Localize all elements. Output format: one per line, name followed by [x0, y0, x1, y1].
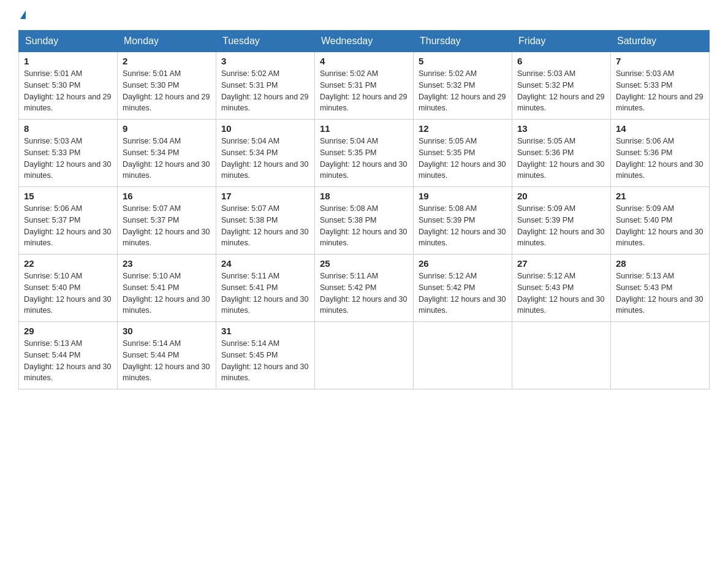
day-number: 8 [24, 123, 112, 134]
day-number: 27 [517, 258, 605, 269]
day-info: Sunrise: 5:06 AMSunset: 5:36 PMDaylight:… [616, 137, 703, 180]
calendar-cell: 3 Sunrise: 5:02 AMSunset: 5:31 PMDayligh… [216, 52, 315, 120]
day-info: Sunrise: 5:08 AMSunset: 5:38 PMDaylight:… [320, 204, 407, 247]
calendar-cell [414, 322, 512, 389]
day-number: 1 [24, 56, 112, 66]
calendar-cell: 25 Sunrise: 5:11 AMSunset: 5:42 PMDaylig… [315, 255, 414, 322]
day-number: 18 [320, 191, 408, 201]
calendar-cell: 15 Sunrise: 5:06 AMSunset: 5:37 PMDaylig… [19, 187, 118, 255]
day-info: Sunrise: 5:01 AMSunset: 5:30 PMDaylight:… [24, 69, 111, 112]
logo-line1 [18, 12, 26, 21]
day-number: 29 [24, 326, 112, 336]
day-number: 6 [517, 56, 605, 66]
calendar-cell: 21 Sunrise: 5:09 AMSunset: 5:40 PMDaylig… [611, 187, 710, 255]
calendar-week-row: 8 Sunrise: 5:03 AMSunset: 5:33 PMDayligh… [19, 120, 710, 187]
day-number: 4 [320, 56, 408, 66]
weekday-header-row: SundayMondayTuesdayWednesdayThursdayFrid… [19, 31, 710, 52]
calendar-week-row: 29 Sunrise: 5:13 AMSunset: 5:44 PMDaylig… [19, 322, 710, 389]
day-info: Sunrise: 5:12 AMSunset: 5:43 PMDaylight:… [517, 272, 604, 315]
day-number: 16 [123, 191, 211, 201]
weekday-header-thursday: Thursday [414, 31, 512, 52]
day-info: Sunrise: 5:02 AMSunset: 5:32 PMDaylight:… [419, 69, 506, 112]
day-number: 25 [320, 258, 408, 269]
day-number: 30 [123, 326, 211, 336]
calendar-cell: 18 Sunrise: 5:08 AMSunset: 5:38 PMDaylig… [315, 187, 414, 255]
calendar-cell: 20 Sunrise: 5:09 AMSunset: 5:39 PMDaylig… [512, 187, 611, 255]
weekday-header-monday: Monday [118, 31, 216, 52]
day-info: Sunrise: 5:05 AMSunset: 5:36 PMDaylight:… [517, 137, 604, 180]
day-info: Sunrise: 5:13 AMSunset: 5:44 PMDaylight:… [24, 339, 111, 382]
weekday-header-tuesday: Tuesday [216, 31, 315, 52]
calendar-cell: 10 Sunrise: 5:04 AMSunset: 5:34 PMDaylig… [216, 120, 315, 187]
calendar-week-row: 1 Sunrise: 5:01 AMSunset: 5:30 PMDayligh… [19, 52, 710, 120]
day-number: 22 [24, 258, 112, 269]
day-info: Sunrise: 5:10 AMSunset: 5:40 PMDaylight:… [24, 272, 111, 315]
day-number: 20 [517, 191, 605, 201]
weekday-header-wednesday: Wednesday [315, 31, 414, 52]
day-info: Sunrise: 5:12 AMSunset: 5:42 PMDaylight:… [419, 272, 506, 315]
calendar-cell: 9 Sunrise: 5:04 AMSunset: 5:34 PMDayligh… [118, 120, 216, 187]
calendar-cell: 13 Sunrise: 5:05 AMSunset: 5:36 PMDaylig… [512, 120, 611, 187]
page-header [18, 12, 710, 21]
logo-triangle-icon [20, 10, 26, 19]
day-info: Sunrise: 5:11 AMSunset: 5:41 PMDaylight:… [221, 272, 308, 315]
calendar-cell: 11 Sunrise: 5:04 AMSunset: 5:35 PMDaylig… [315, 120, 414, 187]
day-info: Sunrise: 5:11 AMSunset: 5:42 PMDaylight:… [320, 272, 407, 315]
day-number: 24 [221, 258, 309, 269]
calendar-cell: 17 Sunrise: 5:07 AMSunset: 5:38 PMDaylig… [216, 187, 315, 255]
day-info: Sunrise: 5:07 AMSunset: 5:37 PMDaylight:… [123, 204, 210, 247]
calendar-week-row: 22 Sunrise: 5:10 AMSunset: 5:40 PMDaylig… [19, 255, 710, 322]
day-number: 5 [419, 56, 507, 66]
day-info: Sunrise: 5:04 AMSunset: 5:35 PMDaylight:… [320, 137, 407, 180]
calendar-week-row: 15 Sunrise: 5:06 AMSunset: 5:37 PMDaylig… [19, 187, 710, 255]
day-info: Sunrise: 5:03 AMSunset: 5:33 PMDaylight:… [24, 137, 111, 180]
day-number: 9 [123, 123, 211, 134]
calendar-cell: 8 Sunrise: 5:03 AMSunset: 5:33 PMDayligh… [19, 120, 118, 187]
calendar-cell: 2 Sunrise: 5:01 AMSunset: 5:30 PMDayligh… [118, 52, 216, 120]
day-number: 11 [320, 123, 408, 134]
calendar-cell: 6 Sunrise: 5:03 AMSunset: 5:32 PMDayligh… [512, 52, 611, 120]
day-info: Sunrise: 5:09 AMSunset: 5:39 PMDaylight:… [517, 204, 604, 247]
day-number: 26 [419, 258, 507, 269]
day-info: Sunrise: 5:02 AMSunset: 5:31 PMDaylight:… [320, 69, 407, 112]
day-number: 23 [123, 258, 211, 269]
day-number: 12 [419, 123, 507, 134]
day-number: 21 [616, 191, 704, 201]
calendar-cell: 27 Sunrise: 5:12 AMSunset: 5:43 PMDaylig… [512, 255, 611, 322]
day-number: 28 [616, 258, 704, 269]
day-info: Sunrise: 5:01 AMSunset: 5:30 PMDaylight:… [123, 69, 210, 112]
weekday-header-friday: Friday [512, 31, 611, 52]
day-info: Sunrise: 5:08 AMSunset: 5:39 PMDaylight:… [419, 204, 506, 247]
calendar-table: SundayMondayTuesdayWednesdayThursdayFrid… [18, 30, 710, 389]
day-info: Sunrise: 5:07 AMSunset: 5:38 PMDaylight:… [221, 204, 308, 247]
day-number: 10 [221, 123, 309, 134]
day-number: 31 [221, 326, 309, 336]
day-info: Sunrise: 5:04 AMSunset: 5:34 PMDaylight:… [123, 137, 210, 180]
calendar-cell: 14 Sunrise: 5:06 AMSunset: 5:36 PMDaylig… [611, 120, 710, 187]
day-number: 17 [221, 191, 309, 201]
calendar-cell: 7 Sunrise: 5:03 AMSunset: 5:33 PMDayligh… [611, 52, 710, 120]
calendar-cell: 5 Sunrise: 5:02 AMSunset: 5:32 PMDayligh… [414, 52, 512, 120]
calendar-cell: 23 Sunrise: 5:10 AMSunset: 5:41 PMDaylig… [118, 255, 216, 322]
calendar-cell: 30 Sunrise: 5:14 AMSunset: 5:44 PMDaylig… [118, 322, 216, 389]
day-number: 15 [24, 191, 112, 201]
day-info: Sunrise: 5:13 AMSunset: 5:43 PMDaylight:… [616, 272, 703, 315]
day-info: Sunrise: 5:10 AMSunset: 5:41 PMDaylight:… [123, 272, 210, 315]
day-info: Sunrise: 5:09 AMSunset: 5:40 PMDaylight:… [616, 204, 703, 247]
day-number: 7 [616, 56, 704, 66]
day-info: Sunrise: 5:04 AMSunset: 5:34 PMDaylight:… [221, 137, 308, 180]
day-info: Sunrise: 5:03 AMSunset: 5:32 PMDaylight:… [517, 69, 604, 112]
day-info: Sunrise: 5:14 AMSunset: 5:44 PMDaylight:… [123, 339, 210, 382]
calendar-cell: 19 Sunrise: 5:08 AMSunset: 5:39 PMDaylig… [414, 187, 512, 255]
calendar-cell: 28 Sunrise: 5:13 AMSunset: 5:43 PMDaylig… [611, 255, 710, 322]
day-info: Sunrise: 5:03 AMSunset: 5:33 PMDaylight:… [616, 69, 703, 112]
day-number: 3 [221, 56, 309, 66]
calendar-cell: 31 Sunrise: 5:14 AMSunset: 5:45 PMDaylig… [216, 322, 315, 389]
calendar-cell: 1 Sunrise: 5:01 AMSunset: 5:30 PMDayligh… [19, 52, 118, 120]
calendar-cell: 26 Sunrise: 5:12 AMSunset: 5:42 PMDaylig… [414, 255, 512, 322]
weekday-header-saturday: Saturday [611, 31, 710, 52]
calendar-cell: 4 Sunrise: 5:02 AMSunset: 5:31 PMDayligh… [315, 52, 414, 120]
calendar-cell [611, 322, 710, 389]
day-number: 13 [517, 123, 605, 134]
day-info: Sunrise: 5:02 AMSunset: 5:31 PMDaylight:… [221, 69, 308, 112]
